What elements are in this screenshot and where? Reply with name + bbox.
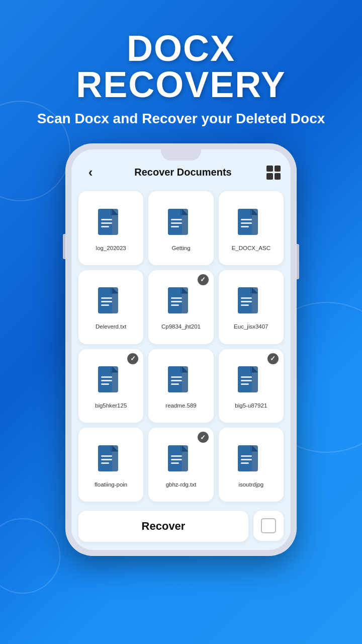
file-name-label: big5hker125 [95,403,127,409]
file-name-label: gbhz-rdg.txt [166,481,197,488]
file-item[interactable]: big5hker125 [78,349,143,423]
svg-rect-59 [241,462,249,464]
svg-rect-52 [171,455,182,457]
back-button[interactable]: ‹ [81,165,100,180]
screen-title: Recover Documents [134,167,231,178]
svg-rect-54 [171,462,179,464]
recover-button[interactable]: Recover [78,511,248,542]
svg-rect-48 [101,459,112,460]
file-item[interactable]: floatiing-poin [78,428,143,502]
phone-inner: ‹ Recover Documents [71,149,291,550]
grid-cell-2 [275,166,281,172]
svg-rect-23 [171,301,182,302]
check-badge [198,274,209,285]
grid-view-icon[interactable] [266,166,281,180]
svg-rect-18 [101,301,112,302]
file-doc-icon [97,365,125,397]
grid-cell-4 [275,173,281,180]
file-item[interactable]: Euc_jisx3407 [219,270,284,344]
svg-rect-21 [168,287,182,313]
file-grid: log_202023 Getting E_DOCX_ASC [71,187,291,506]
svg-rect-11 [238,209,252,235]
header-section: DOCX RECOVERY Scan Docx and Recover your… [0,30,362,128]
file-doc-icon [167,208,195,240]
phone-mockup: ‹ Recover Documents [65,143,297,556]
svg-rect-9 [171,226,179,227]
svg-rect-29 [241,304,249,306]
file-doc-icon [237,286,265,318]
file-name-label: Getting [171,245,190,251]
svg-rect-42 [241,376,252,378]
check-badge [127,353,138,364]
svg-rect-16 [98,287,112,313]
svg-rect-1 [98,209,112,235]
svg-rect-31 [98,366,112,392]
bg-decoration-3 [0,518,60,594]
file-name-label: log_202023 [96,245,126,251]
svg-rect-4 [101,226,109,227]
app-subtitle: Scan Docx and Recover your Deleted Docx [20,109,342,128]
select-all-icon [261,518,276,533]
file-doc-icon [167,286,195,318]
svg-rect-14 [241,226,249,227]
file-item[interactable]: E_DOCX_ASC [219,191,284,265]
svg-rect-39 [171,383,179,385]
phone-outer: ‹ Recover Documents [65,143,297,556]
svg-rect-8 [171,222,182,224]
svg-rect-53 [171,459,182,460]
check-badge [267,353,279,364]
phone-btn-volume [63,234,65,259]
svg-rect-34 [101,383,109,385]
svg-rect-47 [101,455,112,457]
svg-rect-32 [101,376,112,378]
file-item[interactable]: big5-u87921 [219,349,284,423]
svg-rect-46 [98,445,112,471]
file-name-label: floatiing-poin [95,481,127,488]
svg-rect-33 [101,380,112,381]
svg-rect-38 [171,380,182,381]
file-item[interactable]: readme.589 [148,349,213,423]
file-name-label: big5-u87921 [235,403,267,409]
file-doc-icon [97,208,125,240]
file-doc-icon [167,365,195,397]
svg-rect-36 [168,366,182,392]
grid-cell-3 [266,173,273,180]
svg-rect-41 [238,366,252,392]
file-name-label: isoutrdjpg [238,481,263,488]
file-item[interactable]: isoutrdjpg [219,428,284,502]
file-doc-icon [237,208,265,240]
svg-rect-28 [241,301,252,302]
file-doc-icon [97,286,125,318]
svg-rect-13 [241,222,252,224]
file-item[interactable]: Cp9834_jht201 [148,270,213,344]
check-badge [198,432,209,443]
svg-rect-12 [241,219,252,220]
file-name-label: Cp9834_jht201 [161,324,201,330]
file-doc-icon [167,444,195,476]
file-item[interactable]: log_202023 [78,191,143,265]
file-item[interactable]: Deleverd.txt [78,270,143,344]
svg-rect-49 [101,462,109,464]
svg-rect-43 [241,380,252,381]
svg-rect-2 [101,219,112,220]
file-name-label: Deleverd.txt [96,324,126,330]
svg-rect-37 [171,376,182,378]
bottom-bar: Recover [71,506,291,550]
svg-rect-22 [171,297,182,299]
svg-rect-17 [101,297,112,299]
file-name-label: E_DOCX_ASC [232,245,270,251]
svg-rect-7 [171,219,182,220]
file-item[interactable]: gbhz-rdg.txt [148,428,213,502]
screen-content: ‹ Recover Documents [71,149,291,550]
svg-rect-26 [238,287,252,313]
file-doc-icon [237,365,265,397]
file-item[interactable]: Getting [148,191,213,265]
svg-rect-58 [241,459,252,460]
select-all-button[interactable] [253,511,284,541]
svg-rect-44 [241,383,249,385]
svg-rect-6 [168,209,182,235]
phone-btn-power [297,244,299,279]
svg-rect-51 [168,445,182,471]
app-title: DOCX RECOVERY [20,30,342,103]
file-doc-icon [97,444,125,476]
